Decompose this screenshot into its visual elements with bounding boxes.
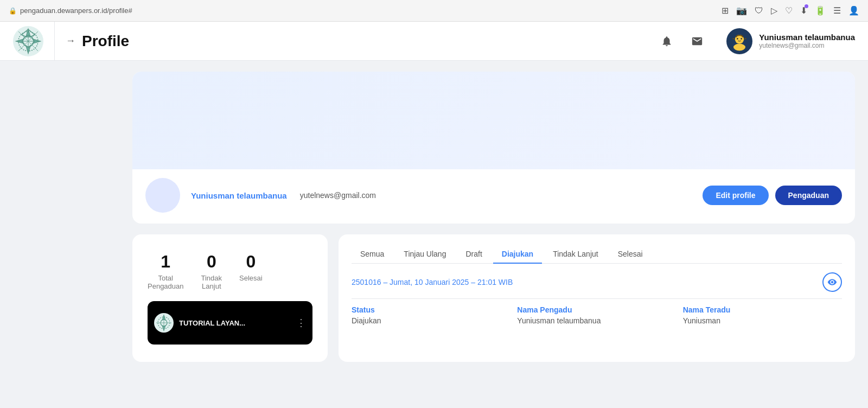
stat-tindak-lanjut: 0 TindakLanjut: [201, 252, 222, 290]
complaint-divider: [352, 298, 842, 299]
stat-label-selesai: Selesai: [239, 274, 263, 282]
screenshot-icon[interactable]: ⊞: [722, 5, 729, 16]
complaint-date: 2501016 – Jumat, 10 Januari 2025 – 21:01…: [352, 278, 513, 286]
pengadu-label: Nama Pengadu: [517, 305, 676, 314]
stat-label-pengaduan: TotalPengaduan: [148, 274, 184, 290]
lock-icon: 🔒: [9, 7, 17, 15]
tab-selesai[interactable]: Selesai: [609, 245, 652, 264]
profile-avatar: [145, 178, 180, 213]
url-bar[interactable]: 🔒 pengaduan.dewanpers.or.id/profile#: [9, 7, 132, 15]
message-button[interactable]: [687, 31, 707, 51]
browser-bar: 🔒 pengaduan.dewanpers.or.id/profile# ⊞ 📷…: [0, 0, 868, 22]
stat-total-pengaduan: 1 TotalPengaduan: [148, 252, 184, 290]
profile-details: Yuniusman telaumbanua yutelnews@gmail.co…: [191, 191, 692, 200]
stats-row: 1 TotalPengaduan 0 TindakLanjut 0 Selesa…: [148, 252, 312, 290]
tabs-panel: Semua Tinjau Ulang Draft Diajukan Tindak…: [339, 234, 855, 362]
svg-point-16: [741, 38, 743, 40]
content-area: Yuniusman telaumbanua yutelnews@gmail.co…: [119, 61, 868, 408]
profile-banner: [132, 72, 855, 169]
sidebar: [0, 61, 119, 408]
user-email: yutelnews@gmail.com: [759, 42, 855, 49]
tab-tindak-lanjut[interactable]: Tindak Lanjut: [544, 245, 607, 264]
url-text: pengaduan.dewanpers.or.id/profile#: [20, 7, 132, 15]
stat-number-pengaduan: 1: [148, 252, 184, 272]
stats-card: 1 TotalPengaduan 0 TindakLanjut 0 Selesa…: [132, 234, 328, 362]
edit-profile-button[interactable]: Edit profile: [703, 186, 768, 205]
stat-number-selesai: 0: [239, 252, 263, 272]
svg-rect-20: [744, 38, 746, 39]
download-icon[interactable]: ⬇: [800, 5, 807, 16]
menu-icon[interactable]: ☰: [833, 5, 841, 16]
stat-selesai: 0 Selesai: [239, 252, 263, 290]
complaint-header: 2501016 – Jumat, 10 Januari 2025 – 21:01…: [352, 272, 842, 292]
app-container: → Profile: [0, 22, 868, 408]
profile-username: Yuniusman telaumbanua: [191, 191, 287, 200]
profile-actions: Edit profile Pengaduan: [703, 186, 842, 205]
teradu-label: Nama Teradu: [683, 305, 842, 314]
status-col: Status Diajukan: [352, 305, 510, 325]
video-title: TUTORIAL LAYAN...: [179, 319, 291, 327]
view-complaint-button[interactable]: [822, 272, 842, 292]
tab-diajukan[interactable]: Diajukan: [493, 245, 542, 264]
main-content: Yuniusman telaumbanua yutelnews@gmail.co…: [0, 61, 868, 408]
video-card[interactable]: TUTORIAL LAYAN... ⋮: [148, 301, 312, 345]
play-icon[interactable]: ▷: [771, 5, 777, 16]
video-menu-icon[interactable]: ⋮: [296, 317, 306, 329]
status-value: Diajukan: [352, 316, 510, 325]
tab-draft[interactable]: Draft: [457, 245, 490, 264]
nav-back-arrow[interactable]: →: [66, 35, 75, 47]
teradu-col: Nama Teradu Yuniusman: [683, 305, 842, 325]
stat-number-tindak: 0: [201, 252, 222, 272]
nav-divider: [54, 22, 55, 61]
complaint-details: Status Diajukan Nama Pengadu Yuniusman t…: [352, 305, 842, 334]
stat-label-tindak: TindakLanjut: [201, 274, 222, 290]
avatar: [726, 28, 752, 54]
pengadu-col: Nama Pengadu Yuniusman telaumbanua: [517, 305, 676, 325]
svg-point-14: [733, 43, 745, 50]
pengaduan-button[interactable]: Pengaduan: [775, 186, 842, 205]
svg-rect-19: [732, 38, 735, 39]
battery-icon: 🔋: [815, 5, 826, 16]
notification-button[interactable]: [657, 31, 676, 51]
profile-email: yutelnews@gmail.com: [300, 191, 376, 200]
user-text: Yuniusman telaumbanua yutelnews@gmail.co…: [759, 33, 855, 49]
teradu-value: Yuniusman: [683, 316, 842, 325]
profile-info-row: Yuniusman telaumbanua yutelnews@gmail.co…: [132, 169, 855, 224]
heart-icon[interactable]: ♡: [785, 5, 793, 16]
user-name: Yuniusman telaumbanua: [759, 33, 855, 42]
user-profile-icon[interactable]: 👤: [848, 5, 859, 16]
pengadu-value: Yuniusman telaumbanua: [517, 316, 676, 325]
page-title: Profile: [82, 33, 657, 50]
top-nav: → Profile: [0, 22, 868, 61]
status-label: Status: [352, 305, 510, 314]
bottom-section: 1 TotalPengaduan 0 TindakLanjut 0 Selesa…: [132, 234, 855, 362]
profile-card: Yuniusman telaumbanua yutelnews@gmail.co…: [132, 72, 855, 224]
tabs-header: Semua Tinjau Ulang Draft Diajukan Tindak…: [352, 245, 842, 264]
camera-icon[interactable]: 📷: [736, 5, 747, 16]
tab-tinjau-ulang[interactable]: Tinjau Ulang: [395, 245, 455, 264]
app-logo[interactable]: [13, 26, 43, 56]
svg-point-15: [737, 38, 738, 40]
browser-actions: ⊞ 📷 🛡 ▷ ♡ ⬇ 🔋 ☰ 👤: [722, 5, 859, 16]
video-logo-icon: [154, 313, 174, 333]
shield-icon[interactable]: 🛡: [755, 6, 763, 16]
nav-icons: Yuniusman telaumbanua yutelnews@gmail.co…: [657, 28, 855, 54]
user-info: Yuniusman telaumbanua yutelnews@gmail.co…: [726, 28, 855, 54]
tab-semua[interactable]: Semua: [352, 245, 393, 264]
